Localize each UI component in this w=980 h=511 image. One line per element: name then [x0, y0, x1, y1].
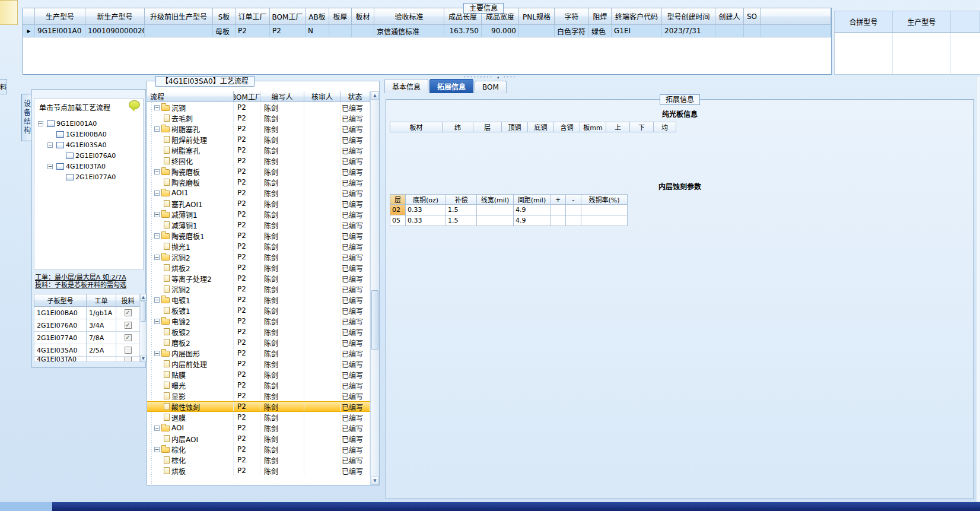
- process-row[interactable]: 抛光1P2陈剑已编写: [147, 241, 370, 252]
- grid-cell[interactable]: [329, 25, 352, 37]
- process-name-cell[interactable]: −AOI: [147, 423, 234, 433]
- column-header[interactable]: 新生产型号: [85, 8, 145, 25]
- process-row[interactable]: 烘板P2陈剑已编写: [147, 465, 370, 476]
- column-header[interactable]: 层: [390, 194, 406, 205]
- tree-expander-icon[interactable]: −: [154, 233, 160, 239]
- process-name-cell[interactable]: 抛光1: [147, 241, 234, 252]
- process-name-cell[interactable]: 烘板2: [147, 262, 234, 273]
- right-edge-scrollbar[interactable]: [976, 77, 980, 502]
- process-name-cell[interactable]: −陶瓷磨板1: [147, 230, 234, 241]
- etch-value-cell[interactable]: 4.9: [514, 215, 551, 226]
- process-row[interactable]: 烘板2P2陈剑已编写: [147, 262, 370, 273]
- scroll-thumb[interactable]: [371, 290, 378, 350]
- column-header[interactable]: BOM工厂: [234, 91, 260, 102]
- tree-expander-icon[interactable]: −: [154, 255, 160, 260]
- process-name-cell[interactable]: −内层图形: [147, 348, 234, 358]
- etch-value-cell[interactable]: 4.9: [514, 205, 551, 215]
- grid-cell[interactable]: 绿色: [589, 25, 612, 37]
- column-header[interactable]: 工单: [87, 294, 116, 307]
- column-header[interactable]: 投料: [116, 294, 140, 307]
- process-row[interactable]: −树脂塞孔P2陈剑已编写: [147, 123, 370, 134]
- tree-expander-icon[interactable]: −: [154, 212, 160, 217]
- process-name-cell[interactable]: −减薄铜1: [147, 209, 234, 220]
- process-name-cell[interactable]: −电镀1: [147, 294, 234, 305]
- workorder-cell[interactable]: 1/gb1A: [87, 307, 116, 319]
- column-header[interactable]: 阻焊: [589, 8, 612, 25]
- column-header[interactable]: 生产型号: [893, 11, 951, 32]
- table-row[interactable]: 2G1EI076A03/4A✓: [34, 319, 139, 332]
- tab-extended-info[interactable]: 拓展信息: [429, 79, 473, 93]
- tree-expander-icon[interactable]: −: [154, 297, 160, 303]
- process-row[interactable]: 板镀1P2陈剑已编写: [147, 305, 370, 316]
- tree-expander-icon[interactable]: −: [47, 142, 53, 148]
- layer-cell[interactable]: 02: [390, 205, 406, 215]
- tree-expander-icon[interactable]: −: [154, 319, 160, 324]
- column-header[interactable]: 板材: [390, 122, 443, 132]
- left-edge-tab[interactable]: 料: [0, 79, 7, 94]
- process-name-cell[interactable]: 内层前处理: [147, 358, 234, 369]
- grid-cell[interactable]: 2023/7/31: [662, 25, 715, 37]
- column-header[interactable]: 升级前旧生产型号: [145, 8, 213, 25]
- workorder-cell[interactable]: 2/5A: [87, 344, 116, 356]
- column-header[interactable]: 纬: [443, 122, 473, 132]
- column-header[interactable]: 状态: [341, 91, 370, 102]
- etch-value-cell[interactable]: [551, 215, 566, 226]
- grid-cell[interactable]: 163.750: [444, 25, 482, 37]
- subboard-model-cell[interactable]: 4G1EI03SA0: [34, 344, 87, 356]
- subboard-model-cell[interactable]: 2G1EI076A0: [34, 319, 87, 331]
- column-header[interactable]: BOM工厂: [270, 8, 306, 25]
- tree-expander-icon[interactable]: −: [154, 351, 160, 356]
- process-row[interactable]: 贴膜P2陈剑已编写: [147, 369, 370, 380]
- process-row[interactable]: 去毛刺P2陈剑已编写: [147, 113, 370, 123]
- column-header[interactable]: 核审人: [304, 91, 341, 102]
- column-header[interactable]: AB板: [306, 8, 329, 25]
- tree-expander-icon[interactable]: −: [154, 169, 160, 174]
- process-name-cell[interactable]: 板镀2: [147, 326, 234, 337]
- process-row[interactable]: 阻焊前处理P2陈剑已编写: [147, 134, 370, 145]
- column-header[interactable]: 顶铜: [502, 122, 528, 132]
- process-row[interactable]: 板镀2P2陈剑已编写: [147, 326, 370, 337]
- process-name-cell[interactable]: 终固化: [147, 155, 234, 166]
- main-grid-selected-row[interactable]: ▶9G1EI001A010010900000205母板P2P2N京信通信标准16…: [23, 25, 831, 37]
- etch-row[interactable]: 020.331.54.9: [390, 205, 628, 215]
- table-row[interactable]: 4G1EI03TA0: [34, 357, 139, 362]
- table-row[interactable]: 1G1EI00BA01/gb1A✓: [34, 307, 139, 319]
- etch-value-cell[interactable]: [477, 215, 514, 226]
- grid-cell[interactable]: [145, 25, 213, 37]
- column-header[interactable]: 底铜: [528, 122, 554, 132]
- column-header[interactable]: 间距(mil): [514, 194, 551, 205]
- grid-cell[interactable]: G1EI: [612, 25, 662, 37]
- column-header[interactable]: 生产型号: [35, 8, 85, 25]
- subboard-model-cell[interactable]: 2G1EI077A0: [34, 332, 87, 344]
- process-name-cell[interactable]: 陶瓷磨板: [147, 177, 234, 188]
- subboard-table-scrollbar[interactable]: ▲ ▼: [139, 294, 147, 362]
- tree-node[interactable]: 2G1EI076A0: [34, 150, 143, 161]
- feed-checkbox[interactable]: ✓: [125, 334, 132, 341]
- process-name-cell[interactable]: 曝光: [147, 380, 234, 391]
- process-row[interactable]: −AOIP2陈剑已编写: [147, 423, 370, 433]
- process-name-cell[interactable]: −树脂塞孔: [147, 123, 234, 134]
- process-row[interactable]: 沉铜2P2陈剑已编写: [147, 284, 370, 294]
- grid-cell[interactable]: 白色字符: [555, 25, 589, 37]
- workorder-cell[interactable]: 7/8A: [87, 332, 116, 344]
- scroll-down-icon[interactable]: ▼: [371, 477, 379, 485]
- column-header[interactable]: 下: [630, 122, 654, 132]
- process-name-cell[interactable]: 显影: [147, 391, 234, 401]
- process-name-cell[interactable]: 贴膜: [147, 369, 234, 380]
- process-row[interactable]: 磨板2P2陈剑已编写: [147, 337, 370, 348]
- etch-value-cell[interactable]: [566, 205, 581, 215]
- etch-value-cell[interactable]: [551, 205, 566, 215]
- etch-value-cell[interactable]: [581, 205, 628, 215]
- process-row[interactable]: −减薄铜1P2陈剑已编写: [147, 209, 370, 220]
- grid-cell[interactable]: [715, 25, 744, 37]
- grid-cell[interactable]: 京信通信标准: [374, 25, 444, 37]
- etch-value-cell[interactable]: 0.33: [406, 215, 446, 226]
- process-row[interactable]: −AOI1P2陈剑已编写: [147, 188, 370, 198]
- tab-basic-info[interactable]: 基本信息: [384, 79, 428, 93]
- tree-node[interactable]: −4G1EI03TA0: [34, 161, 143, 172]
- column-header[interactable]: 板材: [352, 8, 374, 25]
- process-row[interactable]: 内层前处理P2陈剑已编写: [147, 358, 370, 369]
- process-row[interactable]: 减薄铜1P2陈剑已编写: [147, 220, 370, 230]
- tree-expander-icon[interactable]: −: [154, 191, 160, 196]
- grid-cell[interactable]: 9G1EI001A0: [35, 25, 85, 37]
